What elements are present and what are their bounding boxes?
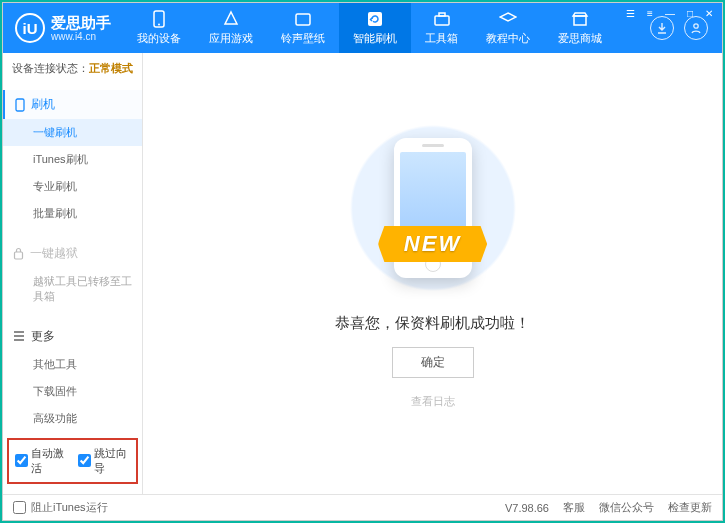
nav-ringtones[interactable]: 铃声壁纸	[267, 3, 339, 53]
svg-point-1	[158, 24, 160, 26]
download-icon[interactable]	[650, 16, 674, 40]
sidebar-sub-batch-flash[interactable]: 批量刷机	[3, 200, 142, 227]
graduation-icon	[499, 10, 517, 28]
brand-url: www.i4.cn	[51, 31, 111, 43]
checkbox-auto-activate[interactable]: 自动激活	[15, 446, 68, 476]
connection-status: 设备连接状态：正常模式	[3, 53, 142, 84]
activation-options: 自动激活 跳过向导	[7, 438, 138, 484]
nav-flash[interactable]: 智能刷机	[339, 3, 411, 53]
toolbox-icon	[433, 10, 451, 28]
success-message: 恭喜您，保资料刷机成功啦！	[335, 314, 530, 333]
sidebar-sub-download-fw[interactable]: 下载固件	[3, 378, 142, 405]
nav-apps[interactable]: 应用游戏	[195, 3, 267, 53]
sidebar-sub-one-key-flash[interactable]: 一键刷机	[3, 119, 142, 146]
block-itunes-checkbox[interactable]: 阻止iTunes运行	[13, 500, 108, 515]
nav-tutorials[interactable]: 教程中心	[472, 3, 544, 53]
shop-icon	[571, 10, 589, 28]
sidebar-sub-itunes-flash[interactable]: iTunes刷机	[3, 146, 142, 173]
checkbox-skip-guide[interactable]: 跳过向导	[78, 446, 131, 476]
cat-label: 更多	[31, 328, 55, 345]
nav-my-device[interactable]: 我的设备	[123, 3, 195, 53]
titlebar: ☰ ≡ — □ ✕ iU 爱思助手 www.i4.cn 我的设备 应用游戏	[3, 3, 722, 53]
footer: 阻止iTunes运行 V7.98.66 客服 微信公众号 检查更新	[3, 494, 722, 520]
top-nav: 我的设备 应用游戏 铃声壁纸 智能刷机 工具箱 教程中心	[123, 3, 650, 53]
cat-label: 刷机	[31, 96, 55, 113]
nav-label: 爱思商城	[558, 31, 602, 46]
nav-label: 铃声壁纸	[281, 31, 325, 46]
svg-rect-9	[15, 252, 23, 259]
sidebar-sub-pro-flash[interactable]: 专业刷机	[3, 173, 142, 200]
new-ribbon: NEW	[378, 226, 487, 262]
ok-button[interactable]: 确定	[392, 347, 474, 378]
nav-label: 应用游戏	[209, 31, 253, 46]
logo-block: iU 爱思助手 www.i4.cn	[3, 13, 123, 43]
main-panel: NEW 恭喜您，保资料刷机成功啦！ 确定 查看日志	[143, 53, 722, 494]
footer-wechat[interactable]: 微信公众号	[599, 500, 654, 515]
version-label: V7.98.66	[505, 502, 549, 514]
apps-icon	[222, 10, 240, 28]
svg-rect-2	[296, 14, 310, 25]
nav-label: 智能刷机	[353, 31, 397, 46]
conn-value: 正常模式	[89, 62, 133, 74]
sidebar-jailbreak-note: 越狱工具已转移至工具箱	[3, 268, 142, 310]
sidebar: 设备连接状态：正常模式 刷机 一键刷机 iTunes刷机 专业刷机 批量刷机 一…	[3, 53, 143, 494]
success-illustration: NEW	[328, 118, 538, 298]
nav-label: 教程中心	[486, 31, 530, 46]
footer-service[interactable]: 客服	[563, 500, 585, 515]
nav-label: 我的设备	[137, 31, 181, 46]
view-log-link[interactable]: 查看日志	[411, 394, 455, 409]
sidebar-sub-other-tools[interactable]: 其他工具	[3, 351, 142, 378]
sidebar-cat-flash[interactable]: 刷机	[3, 90, 142, 119]
sidebar-cat-jailbreak[interactable]: 一键越狱	[3, 239, 142, 268]
svg-rect-5	[439, 13, 445, 16]
list-icon	[13, 331, 25, 341]
sidebar-sub-advanced[interactable]: 高级功能	[3, 405, 142, 432]
svg-rect-8	[16, 99, 24, 111]
app-window: ☰ ≡ — □ ✕ iU 爱思助手 www.i4.cn 我的设备 应用游戏	[2, 2, 723, 521]
svg-point-7	[694, 24, 698, 28]
cat-label: 一键越狱	[30, 245, 78, 262]
nav-label: 工具箱	[425, 31, 458, 46]
body-row: 设备连接状态：正常模式 刷机 一键刷机 iTunes刷机 专业刷机 批量刷机 一…	[3, 53, 722, 494]
brand-title: 爱思助手	[51, 14, 111, 31]
conn-label: 设备连接状态：	[12, 62, 89, 74]
logo-icon: iU	[15, 13, 45, 43]
user-icon[interactable]	[684, 16, 708, 40]
nav-store[interactable]: 爱思商城	[544, 3, 616, 53]
phone-small-icon	[15, 98, 25, 112]
lock-icon	[13, 247, 24, 260]
svg-rect-6	[574, 16, 586, 25]
svg-rect-4	[435, 16, 449, 25]
sidebar-cat-more[interactable]: 更多	[3, 322, 142, 351]
folder-icon	[294, 10, 312, 28]
phone-icon	[150, 10, 168, 28]
footer-update[interactable]: 检查更新	[668, 500, 712, 515]
nav-toolbox[interactable]: 工具箱	[411, 3, 472, 53]
menu-icon[interactable]: ☰	[623, 6, 638, 21]
refresh-icon	[366, 10, 384, 28]
